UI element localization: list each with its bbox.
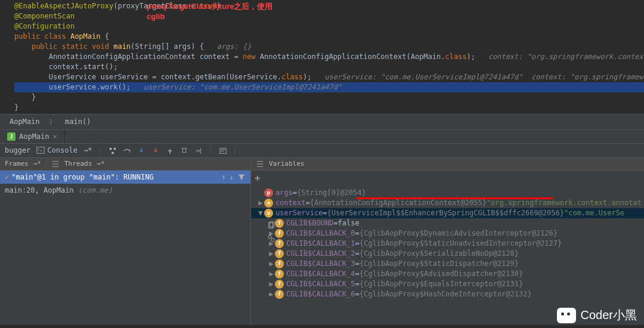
- frames-label[interactable]: Frames: [5, 160, 29, 168]
- tab-debugger[interactable]: bugger: [5, 146, 30, 154]
- editor-tab-bar: J AopMain ×: [0, 130, 644, 144]
- variable-row[interactable]: ▶fCGLIB$CALLBACK_3 = {CglibAopProxy$Stat…: [251, 259, 644, 269]
- expand-arrow-icon[interactable]: ▶: [268, 249, 275, 258]
- next-frame-icon[interactable]: ↓: [230, 173, 234, 182]
- frames-panel: Frames →* Threads →* ✓ "main"@1 in group…: [0, 158, 251, 325]
- expand-arrow-icon[interactable]: ▶: [268, 259, 275, 268]
- separator: [46, 160, 47, 168]
- step-over-icon[interactable]: [123, 146, 131, 155]
- variables-panel: Variables + pargs = {String[0]@2054}▶oco…: [251, 158, 644, 325]
- pin-icon[interactable]: →*: [33, 160, 41, 168]
- code-line[interactable]: }: [14, 92, 644, 103]
- variable-row[interactable]: ▶fCGLIB$CALLBACK_2 = {CglibAopProxy$Seri…: [251, 249, 644, 259]
- variable-row[interactable]: ▶fCGLIB$CALLBACK_4 = {CglibAopProxy$Advi…: [251, 269, 644, 279]
- expand-arrow-icon[interactable]: ▶: [268, 290, 275, 298]
- var-badge-icon: f: [275, 270, 284, 279]
- add-watch-icon[interactable]: +: [255, 172, 261, 184]
- wechat-icon: [557, 308, 576, 323]
- thread-selector[interactable]: ✓ "main"@1 in group "main": RUNNING ↑ ↓: [0, 171, 250, 184]
- variable-row[interactable]: ▶fCGLIB$CALLBACK_6 = {CglibAopProxy$Hash…: [251, 289, 644, 299]
- variable-row[interactable]: fCGLIB$BOUND = false: [251, 218, 644, 228]
- expand-arrow-icon[interactable]: ▶: [268, 280, 275, 288]
- var-value: {String[0]@2054}: [297, 188, 366, 197]
- thread-name: "main"@1 in group "main": RUNNING: [11, 173, 153, 181]
- breadcrumb-class[interactable]: AopMain: [10, 117, 40, 126]
- var-name: CGLIB$BOUND: [286, 219, 333, 227]
- var-name: userService: [275, 209, 323, 217]
- thread-status-icon: ✓: [5, 173, 9, 181]
- separator: |: [209, 146, 213, 154]
- breadcrumb-method[interactable]: main(): [65, 117, 91, 126]
- var-name: CGLIB$CALLBACK_6: [286, 290, 355, 298]
- debug-toolbar: bugger Console →* | | |: [0, 144, 644, 158]
- watermark: Coder小黑: [557, 307, 637, 323]
- drop-frame-icon[interactable]: [180, 146, 188, 155]
- var-string: "com.me.UserSe: [564, 209, 624, 217]
- show-execution-point-icon[interactable]: [109, 146, 117, 155]
- variable-row[interactable]: ▶fCGLIB$CALLBACK_1 = {CglibAopProxy$Stat…: [251, 239, 644, 249]
- stack-frame[interactable]: main:20, AopMain (com.me): [0, 184, 250, 197]
- frame-text: main:20, AopMain: [5, 186, 78, 194]
- code-editor[interactable]: @EnableAspectJAutoProxy(proxyTargetClass…: [0, 0, 644, 114]
- expand-arrow-icon[interactable]: ▶: [257, 199, 264, 207]
- frames-header: Frames →* Threads →*: [0, 158, 250, 171]
- var-name: CGLIB$CALLBACK_0: [286, 229, 355, 237]
- step-into-icon[interactable]: [137, 146, 145, 155]
- expand-arrow-icon[interactable]: ▼: [257, 209, 264, 217]
- var-name: context: [275, 199, 306, 207]
- code-line[interactable]: public class AopMain {: [14, 32, 644, 42]
- close-icon[interactable]: ×: [53, 132, 57, 141]
- frame-package: (com.me): [78, 186, 113, 194]
- tab-aopmain[interactable]: J AopMain ×: [0, 130, 65, 143]
- code-line[interactable]: }: [14, 103, 644, 113]
- var-value: {CglibAopProxy$StaticUnadvisedIntercepto…: [360, 239, 562, 247]
- variable-row[interactable]: ▼ouserService = {UserServiceImpl$$Enhanc…: [251, 208, 644, 218]
- threads-label[interactable]: Threads: [64, 160, 92, 168]
- force-step-into-icon[interactable]: [151, 146, 160, 155]
- variable-row[interactable]: ▶ocontext = {AnnotationConfigApplication…: [251, 198, 644, 208]
- run-to-cursor-icon[interactable]: [194, 146, 203, 155]
- variable-row[interactable]: ▶fCGLIB$CALLBACK_0 = {CglibAopProxy$Dyna…: [251, 228, 644, 239]
- code-line[interactable]: userService.work(); userService: "com.me…: [14, 82, 644, 92]
- expand-arrow-icon[interactable]: ▶: [268, 270, 275, 278]
- var-value: {AnnotationConfigApplicationContext@2055…: [310, 199, 487, 207]
- output-arrow-icon[interactable]: →*: [83, 146, 92, 154]
- variables-tree[interactable]: pargs = {String[0]@2054}▶ocontext = {Ann…: [251, 185, 644, 325]
- evaluate-expression-icon[interactable]: [219, 146, 227, 155]
- java-file-icon: J: [7, 132, 16, 141]
- code-line[interactable]: @Configuration: [14, 21, 644, 32]
- variables-toolbar: +: [251, 171, 644, 185]
- breadcrumb: AopMain 〉 main(): [0, 114, 644, 130]
- var-badge-icon: f: [275, 239, 284, 248]
- code-line[interactable]: UserService userService = context.getBea…: [14, 72, 644, 82]
- code-line[interactable]: context.start();: [14, 62, 644, 72]
- var-badge-icon: p: [264, 188, 273, 197]
- var-value: {CglibAopProxy$EqualsInterceptor@2131}: [360, 280, 524, 288]
- filter-icon[interactable]: [237, 173, 246, 182]
- copy-icon[interactable]: [267, 221, 275, 230]
- variable-row[interactable]: pargs = {String[0]@2054}: [251, 188, 644, 198]
- variables-header: Variables: [251, 158, 644, 171]
- code-line[interactable]: AnnotationConfigApplicationContext conte…: [14, 52, 644, 62]
- debug-panels: Frames →* Threads →* ✓ "main"@1 in group…: [0, 158, 644, 325]
- var-badge-icon: f: [275, 280, 284, 289]
- var-badge-icon: f: [275, 229, 284, 238]
- var-badge-icon: f: [275, 219, 284, 228]
- chevron-right-icon: 〉: [49, 117, 56, 126]
- link-icon[interactable]: [267, 234, 275, 243]
- pin-icon[interactable]: →*: [97, 160, 104, 168]
- var-value: {CglibAopProxy$HashCodeInterceptor@2132}: [360, 290, 532, 298]
- svg-rect-0: [37, 147, 44, 154]
- var-name: CGLIB$CALLBACK_3: [286, 259, 355, 268]
- prev-frame-icon[interactable]: ↑: [221, 173, 225, 182]
- tab-console[interactable]: Console: [36, 146, 78, 154]
- variable-row[interactable]: ▶fCGLIB$CALLBACK_5 = {CglibAopProxy$Equa…: [251, 279, 644, 289]
- step-out-icon[interactable]: [166, 146, 174, 155]
- var-badge-icon: f: [275, 249, 284, 258]
- var-name: args: [275, 188, 293, 197]
- code-line[interactable]: @EnableAspectJAutoProxy(proxyTargetClass…: [14, 1, 644, 11]
- var-value: {CglibAopProxy$DynamicAdvisedInterceptor…: [360, 229, 558, 237]
- code-line[interactable]: @ComponentScan: [14, 11, 644, 21]
- var-badge-icon: f: [275, 290, 284, 299]
- code-line[interactable]: public static void main(String[] args) {…: [14, 42, 644, 52]
